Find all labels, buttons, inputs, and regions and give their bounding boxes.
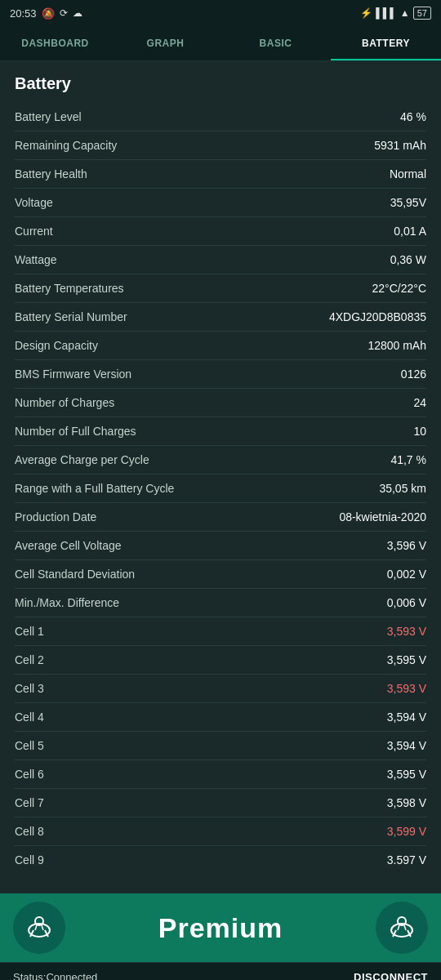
tab-graph[interactable]: GRAPH: [110, 26, 220, 60]
row-value: 35,95V: [390, 196, 426, 209]
status-left: 20:53 🔕 ⟳ ☁: [10, 7, 82, 20]
bottom-status-bar: Status:Connected DISCONNECT: [0, 962, 441, 980]
row-label: BMS Firmware Version: [15, 368, 401, 381]
row-value: 3,596 V: [387, 539, 426, 552]
table-row: Battery HealthNormal: [15, 160, 426, 189]
bluetooth-icon: ⚡: [360, 7, 372, 19]
row-label: Average Cell Voltage: [15, 539, 387, 552]
row-value: 0,006 V: [387, 596, 426, 609]
row-value: 35,05 km: [379, 482, 426, 495]
row-value: 3,593 V: [387, 625, 426, 638]
row-label: Battery Temperatures: [15, 282, 372, 295]
row-label: Cell 4: [15, 710, 387, 724]
section-title: Battery: [15, 74, 426, 93]
tab-basic[interactable]: BASIC: [220, 26, 331, 60]
row-label: Cell Standard Deviation: [15, 568, 387, 581]
row-label: Production Date: [15, 510, 339, 523]
battery-display: 57: [413, 7, 431, 20]
main-content: Battery Battery Level46 %Remaining Capac…: [0, 61, 441, 887]
disconnect-button[interactable]: DISCONNECT: [354, 971, 428, 980]
table-row: Remaining Capacity5931 mAh: [15, 131, 426, 160]
row-label: Battery Health: [15, 167, 390, 180]
row-value: 5931 mAh: [374, 139, 426, 152]
premium-icon-right: [376, 902, 428, 954]
table-row: Production Date08-kwietnia-2020: [15, 503, 426, 532]
row-label: Average Charge per Cycle: [15, 453, 390, 466]
table-row: Average Cell Voltage3,596 V: [15, 532, 426, 560]
row-value: 46 %: [400, 110, 426, 123]
alarm-icon: 🔕: [42, 7, 55, 20]
table-row: Number of Full Charges10: [15, 417, 426, 446]
table-row: Design Capacity12800 mAh: [15, 332, 426, 360]
row-value: 0126: [401, 368, 426, 381]
table-row: Cell 23,595 V: [15, 646, 426, 675]
row-value: 4XDGJ20D8B0835: [329, 310, 426, 323]
table-row: Current0,01 A: [15, 217, 426, 246]
wifi-icon: ▲: [400, 7, 410, 19]
svg-line-10: [398, 925, 399, 930]
row-value: 3,593 V: [387, 682, 426, 695]
table-row: Min./Max. Difference0,006 V: [15, 589, 426, 617]
row-value: 24: [413, 396, 426, 409]
row-label: Remaining Capacity: [15, 139, 374, 152]
table-row: Cell 13,593 V: [15, 617, 426, 646]
row-value: 0,01 A: [394, 225, 426, 238]
tab-dashboard[interactable]: DASHBOARD: [0, 26, 110, 60]
row-value: 12800 mAh: [368, 339, 426, 352]
row-label: Battery Serial Number: [15, 310, 329, 323]
table-row: Average Charge per Cycle41,7 %: [15, 446, 426, 474]
row-label: Min./Max. Difference: [15, 596, 387, 609]
row-value: 0,36 W: [390, 253, 426, 266]
row-value: 08-kwietnia-2020: [339, 510, 426, 523]
row-label: Cell 3: [15, 682, 387, 695]
row-value: 3.597 V: [387, 853, 426, 866]
sync-icon: ⟳: [60, 7, 68, 19]
row-label: Number of Charges: [15, 396, 413, 409]
battery-data-table: Battery Level46 %Remaining Capacity5931 …: [15, 103, 426, 874]
row-label: Design Capacity: [15, 339, 368, 352]
row-value: 3,594 V: [387, 710, 426, 724]
table-row: Battery Level46 %: [15, 103, 426, 131]
premium-label: Premium: [158, 912, 283, 944]
time-display: 20:53: [10, 7, 37, 20]
table-row: Cell 43,594 V: [15, 703, 426, 732]
status-bar: 20:53 🔕 ⟳ ☁ ⚡ ▌▌▌ ▲ 57: [0, 0, 441, 26]
row-label: Cell 2: [15, 653, 387, 666]
table-row: Voltage35,95V: [15, 189, 426, 217]
table-row: Cell Standard Deviation0,002 V: [15, 560, 426, 589]
row-value: 3,599 V: [387, 825, 426, 838]
row-label: Cell 5: [15, 739, 387, 752]
row-value: 41,7 %: [390, 453, 426, 466]
row-label: Voltage: [15, 196, 390, 209]
row-label: Wattage: [15, 253, 390, 266]
table-row: Cell 83,599 V: [15, 817, 426, 846]
row-value: 3,595 V: [387, 768, 426, 781]
table-row: Range with a Full Battery Cycle35,05 km: [15, 474, 426, 503]
status-right: ⚡ ▌▌▌ ▲ 57: [360, 7, 431, 20]
table-row: Cell 73,598 V: [15, 789, 426, 817]
svg-line-4: [35, 925, 37, 930]
table-row: BMS Firmware Version0126: [15, 360, 426, 389]
premium-banner[interactable]: Premium: [0, 893, 441, 962]
row-value: 3,595 V: [387, 653, 426, 666]
table-row: Cell 63,595 V: [15, 760, 426, 789]
row-label: Cell 7: [15, 796, 387, 809]
premium-icon-left: [13, 902, 65, 954]
table-row: Cell 93.597 V: [15, 846, 426, 874]
row-value: 10: [413, 425, 426, 438]
row-label: Current: [15, 225, 394, 238]
row-value: 3,594 V: [387, 739, 426, 752]
table-row: Number of Charges24: [15, 389, 426, 417]
table-row: Battery Serial Number4XDGJ20D8B0835: [15, 303, 426, 332]
tab-battery[interactable]: BATTERY: [331, 26, 441, 60]
nav-tabs: DASHBOARD GRAPH BASIC BATTERY: [0, 26, 441, 61]
row-label: Cell 1: [15, 625, 387, 638]
table-row: Cell 53,594 V: [15, 732, 426, 760]
signal-icon: ▌▌▌: [376, 7, 397, 19]
table-row: Wattage0,36 W: [15, 246, 426, 274]
row-value: 22°C/22°C: [372, 282, 426, 295]
weather-icon: ☁: [73, 7, 82, 19]
row-label: Battery Level: [15, 110, 400, 123]
table-row: Cell 33,593 V: [15, 675, 426, 703]
row-label: Cell 8: [15, 825, 387, 838]
